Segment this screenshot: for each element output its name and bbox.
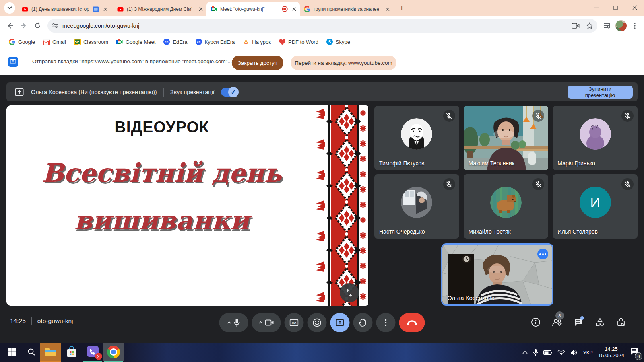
menu-icon[interactable]: [628, 19, 642, 33]
more-button[interactable]: [376, 313, 396, 332]
viber-badge: 2: [95, 353, 102, 360]
taskbar-clock[interactable]: 14:25 15.05.2024: [598, 346, 624, 359]
tray-expand-icon[interactable]: [522, 351, 528, 354]
profile-avatar[interactable]: [614, 19, 628, 33]
bookmark-item[interactable]: edEdEra: [160, 37, 190, 46]
more-options-button[interactable]: [537, 249, 548, 259]
self-view-name: Ольга Косенкова: [447, 294, 495, 301]
bookmark-label: Google Meet: [126, 39, 155, 45]
volume-icon[interactable]: [570, 350, 578, 356]
participant-tile[interactable]: Максим Терянник: [464, 106, 549, 170]
bookmark-item[interactable]: Google: [6, 37, 38, 46]
activities-button[interactable]: [594, 317, 605, 327]
file-explorer-button[interactable]: [40, 343, 61, 361]
tray-mic-icon[interactable]: [533, 349, 538, 356]
close-button[interactable]: [625, 0, 644, 15]
bookmark-item[interactable]: На урок: [239, 37, 274, 46]
participant-tile[interactable]: Настя Очередько: [374, 174, 459, 239]
camera-button[interactable]: [252, 313, 281, 332]
bookmark-item[interactable]: edКурси EdEra: [192, 37, 238, 46]
end-call-button[interactable]: [399, 313, 425, 332]
host-controls-button[interactable]: [616, 317, 626, 327]
participant-name: Марія Гринько: [557, 160, 595, 167]
skype-icon: S: [326, 39, 333, 45]
info-button[interactable]: [530, 317, 541, 327]
bookmark-label: Google: [18, 39, 35, 45]
tab-close-icon[interactable]: [198, 6, 204, 12]
tab-close-icon[interactable]: [291, 6, 297, 12]
present-button[interactable]: [330, 313, 350, 332]
minimize-button[interactable]: [587, 0, 606, 15]
chrome-button[interactable]: [103, 343, 124, 361]
participant-tile[interactable]: Михайло Третяк: [464, 174, 549, 239]
chat-button[interactable]: [573, 317, 584, 327]
clock-date: 15.05.2024: [598, 352, 624, 359]
camera-icon: [265, 319, 274, 326]
naurok-icon: [243, 39, 249, 45]
raise-hand-button[interactable]: [353, 313, 373, 332]
deny-access-button[interactable]: Закрыть доступ: [232, 56, 283, 70]
wifi-icon[interactable]: [557, 350, 565, 355]
bookmark-item[interactable]: SSkype: [323, 37, 353, 46]
edera-icon: ed: [196, 39, 202, 45]
tab-close-icon[interactable]: [384, 6, 391, 12]
bookmark-item[interactable]: PDF to Word: [276, 37, 322, 46]
recording-icon: [281, 6, 288, 12]
tab-title: (1) З Міжнародним Днем Сім': [127, 6, 194, 12]
presentation-slide[interactable]: ВІДЕОУРОК Всесвітній день вишиванки: [6, 105, 369, 306]
edera-icon: ed: [163, 39, 170, 45]
maximize-button[interactable]: [606, 0, 625, 15]
browser-tab[interactable]: (1) З Міжнародним Днем Сім': [113, 2, 206, 16]
scroll-button[interactable]: [340, 283, 359, 302]
audio-toggle[interactable]: ✓: [221, 88, 238, 97]
self-view-tile[interactable]: Ольга Косенкова: [441, 243, 553, 306]
omnibox[interactable]: meet.google.com/oto-guwu-knj: [47, 19, 597, 33]
participant-tile[interactable]: ИИлья Столяров: [553, 174, 638, 239]
tab-title: (1) День вишиванки: істор: [31, 6, 89, 12]
reload-button[interactable]: [31, 19, 44, 33]
hand-icon: [359, 318, 367, 327]
bookmark-item[interactable]: Gmail: [40, 37, 69, 46]
meet-icon: [116, 39, 123, 45]
mic-off-icon: [443, 110, 455, 122]
store-button[interactable]: [61, 343, 82, 361]
people-button[interactable]: 8: [552, 317, 562, 327]
site-info-icon[interactable]: [52, 22, 58, 29]
participant-tile[interactable]: Марія Гринько: [553, 106, 638, 170]
browser-toolbar: meet.google.com/oto-guwu-knj: [0, 16, 644, 35]
people-count-badge: 8: [555, 311, 564, 320]
chat-notification-dot: [580, 316, 584, 320]
language-indicator[interactable]: УКР: [583, 350, 593, 356]
meet-controls: CC: [219, 313, 425, 332]
new-tab-button[interactable]: +: [396, 3, 407, 13]
reactions-button[interactable]: [308, 313, 327, 332]
bookmark-label: На урок: [252, 39, 271, 45]
stop-presentation-button[interactable]: Зупинитипрезентацію: [568, 86, 633, 99]
start-button[interactable]: [2, 343, 21, 361]
media-controls-icon[interactable]: [601, 19, 614, 33]
notification-count-badge: 6: [635, 352, 642, 360]
notification-center-button[interactable]: 6: [630, 347, 639, 358]
bookmark-item[interactable]: Google Meet: [113, 37, 159, 46]
captions-button[interactable]: CC: [285, 313, 304, 332]
goto-tab-button[interactable]: Перейти на вкладку: www.youtube.com: [291, 56, 396, 70]
viber-button[interactable]: 2: [82, 343, 103, 361]
battery-icon[interactable]: [543, 350, 552, 355]
bookmark-item[interactable]: Classroom: [71, 37, 111, 46]
back-button[interactable]: [3, 19, 17, 33]
slide-line2: вишиванки: [6, 205, 317, 235]
browser-tab[interactable]: групи прикметників за значен: [300, 2, 393, 16]
taskbar-search-button[interactable]: [23, 343, 40, 361]
mic-button[interactable]: [219, 313, 248, 332]
bookmark-label: Курси EdEra: [205, 39, 235, 45]
camera-indicator-icon[interactable]: [572, 23, 580, 29]
forward-button[interactable]: [17, 19, 31, 33]
meet-panel-buttons: 8: [530, 317, 626, 327]
notification-text: Отправка вкладки "https://www.youtube.co…: [32, 58, 232, 64]
browser-tab[interactable]: (1) День вишиванки: істор: [18, 2, 111, 16]
tab-search-button[interactable]: [4, 2, 15, 14]
bookmark-star-icon[interactable]: [586, 22, 593, 29]
participant-tile[interactable]: Тимофій Пєтухов: [374, 106, 459, 170]
browser-tab[interactable]: Meet: "oto-guwu-knj": [206, 2, 300, 16]
tab-close-icon[interactable]: [102, 6, 109, 12]
